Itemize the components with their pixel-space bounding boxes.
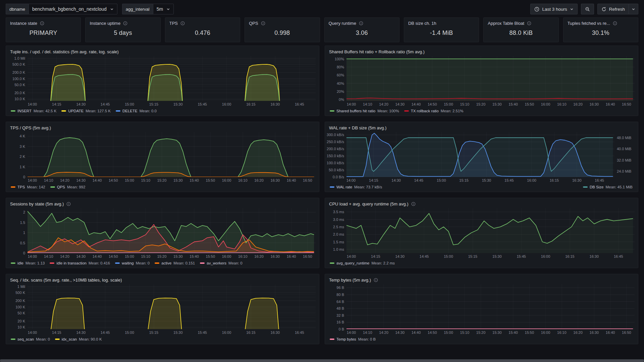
chart-canvas[interactable] (28, 208, 316, 253)
legend-item-temp-bytes[interactable]: Temp bytesMean: 0 B (330, 337, 376, 341)
x-axis: 14:0014:1514:3014:4515:0015:1515:3015:45… (346, 253, 635, 259)
legend-item-insert[interactable]: INSERTMean: 42.5 K (11, 109, 56, 113)
stat-panel-tps: TPS 0.476 (165, 17, 240, 42)
legend-item-idx-scan[interactable]: idx_scanMean: 90.0 K (55, 337, 102, 341)
time-range-button[interactable]: Last 3 hours (530, 4, 577, 14)
panel-header[interactable]: TPS / QPS (5m avg.) (9, 124, 316, 132)
info-icon[interactable] (527, 21, 531, 25)
panel-shared-buffers-rollback: Shared Buffers hit ratio + Rollback rati… (325, 46, 638, 116)
legend-item-wal-rate[interactable]: WAL rateMean: 73.7 kB/s (330, 185, 382, 189)
legend-swatch-icon (11, 262, 15, 264)
chart-canvas[interactable] (28, 132, 316, 177)
info-icon[interactable] (66, 202, 71, 206)
refresh-icon (601, 7, 606, 12)
x-tick-label: 14:45 (420, 254, 429, 258)
refresh-interval-dropdown[interactable] (629, 4, 638, 14)
x-tick-label: 15:20 (157, 254, 167, 258)
x-tick-label: 14:20 (60, 178, 69, 182)
info-icon[interactable] (613, 21, 617, 25)
info-icon[interactable] (359, 21, 363, 25)
chart-canvas[interactable] (28, 284, 316, 329)
legend-item-shared-buffers-hit-ratio[interactable]: Shared buffers hit ratioMean: 100% (330, 109, 399, 113)
x-tick-label: 16:45 (614, 254, 623, 258)
legend-item-tps[interactable]: TPSMean: 142 (11, 185, 45, 189)
topbar-right-controls: Last 3 hours Refresh (530, 4, 638, 14)
info-icon[interactable] (40, 21, 44, 25)
y-tick-label: 2.5 ms (333, 225, 344, 229)
chart-canvas[interactable] (346, 208, 635, 253)
x-tick-label: 16:20 (254, 178, 264, 182)
x-tick-label: 14:30 (76, 178, 86, 182)
x-tick-label: 15:30 (492, 330, 502, 335)
legend-label: seq_scan (17, 337, 34, 341)
plot-area[interactable] (346, 284, 635, 329)
legend-item-active[interactable]: activeMean: 0.151 (155, 261, 195, 265)
info-icon[interactable] (261, 21, 265, 25)
legend-mean-value: Mean: 0 B (358, 337, 376, 341)
legend-item-db-size[interactable]: DB SizeMean: 45.1 MiB (583, 185, 633, 189)
legend-item-idle-in-transaction[interactable]: idle in transactionMean: 0.416 (50, 261, 110, 265)
info-icon[interactable] (123, 21, 127, 25)
x-tick-label: 15:45 (504, 178, 514, 182)
y-axis: 100%80%60%40%20%0% (328, 56, 346, 101)
x-tick-label: 16:00 (527, 178, 536, 182)
panel-title: Tuple ins. / upd. / del. statistics (5m … (10, 49, 119, 54)
panel-header[interactable]: WAL rate + DB size (5m avg.) (328, 124, 635, 132)
y-tick-label: 200 K (15, 299, 25, 303)
legend-swatch-icon (583, 186, 588, 188)
legend-swatch-icon (330, 339, 334, 340)
plot-area[interactable] (346, 208, 635, 253)
legend-item-avg-query-runtime[interactable]: avg_query_runtimeMean: 2.2 ms (330, 261, 395, 265)
chart-canvas[interactable] (28, 56, 316, 101)
plot-area[interactable] (28, 56, 316, 101)
stat-title: DB size ch. 1h (408, 21, 436, 26)
variable-dbname-select[interactable]: benchmark_bgbench_on_nextcloud (29, 4, 117, 14)
variable-agg-interval-select[interactable]: 5m (153, 4, 174, 14)
panel-header[interactable]: CPU load + avg. query runtime (5m avg.) (328, 200, 635, 208)
info-icon[interactable] (411, 202, 416, 206)
info-icon[interactable] (180, 21, 185, 25)
y-axis-right: 48.0 MiB40.0 MiB32.0 MiB24.0 MiB (614, 132, 635, 177)
plot-area[interactable] (28, 208, 316, 253)
legend-item-idle[interactable]: idleMean: 1.13 (11, 261, 45, 265)
legend-item-tx-rollback-ratio[interactable]: TX rollback ratioMean: 2.51% (404, 109, 464, 113)
legend-item-seq-scan[interactable]: seq_scanMean: 0 (11, 337, 50, 341)
panel-header[interactable]: Tuple ins. / upd. / del. statistics (5m … (9, 48, 316, 56)
chart-canvas[interactable] (346, 132, 614, 177)
legend-label: avg_query_runtime (336, 261, 369, 265)
panel-header[interactable]: Temp bytes (5m avg.) (328, 276, 635, 284)
horizontal-scrollbar[interactable] (0, 359, 644, 362)
panel-header[interactable]: Shared Buffers hit ratio + Rollback rati… (328, 48, 635, 56)
refresh-button[interactable]: Refresh (597, 4, 629, 14)
legend-item-waiting[interactable]: waitingMean: 0 (115, 261, 150, 265)
legend-item-update[interactable]: UPDATEMean: 127.5 K (61, 109, 111, 113)
info-icon[interactable] (374, 278, 378, 282)
x-tick-label: 15:10 (460, 102, 470, 106)
plot-area[interactable] (346, 132, 614, 177)
x-tick-label: 15:30 (173, 102, 183, 106)
x-tick-label: 14:40 (412, 330, 421, 335)
series-fill-shared-buffers-hit-ratio (346, 59, 633, 101)
panel-header[interactable]: Seq. / Idx. scans (5m avg. rate., >10MB … (9, 276, 316, 284)
plot-area[interactable] (28, 284, 316, 329)
legend-label: QPS (57, 185, 65, 189)
chart-canvas[interactable] (346, 284, 635, 329)
legend-item-av-workers[interactable]: av_workersMean: 0 (200, 261, 242, 265)
plot-area[interactable] (346, 56, 635, 101)
x-tick-label: 16:30 (271, 254, 280, 258)
x-tick-label: 14:00 (28, 254, 37, 258)
legend-item-delete[interactable]: DELETEMean: 0.0 (116, 109, 157, 113)
chart-canvas[interactable] (346, 56, 635, 101)
x-tick-label: 16:15 (246, 330, 256, 335)
legend-item-qps[interactable]: QPSMean: 992 (50, 185, 86, 189)
panel-header[interactable]: Sessions by state (5m avg.) (9, 200, 316, 208)
zoom-out-button[interactable] (581, 4, 594, 14)
plot-area[interactable] (28, 132, 316, 177)
y-tick-label-right: 40.0 MiB (617, 147, 631, 151)
legend-label: idle (17, 261, 23, 265)
x-tick-label: 15:30 (173, 330, 183, 335)
x-tick-label: 16:00 (541, 330, 550, 335)
x-tick-label: 15:40 (508, 330, 518, 335)
scrollbar-thumb[interactable] (0, 359, 644, 362)
stat-value: 5 days (90, 26, 156, 40)
